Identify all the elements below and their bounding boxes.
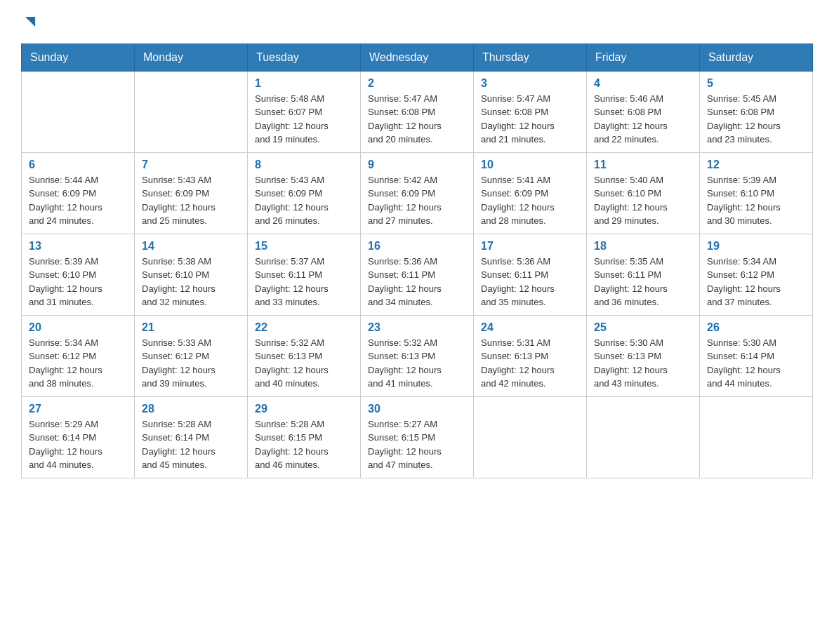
- day-info: Sunrise: 5:47 AM Sunset: 6:08 PM Dayligh…: [368, 92, 466, 147]
- day-info: Sunrise: 5:38 AM Sunset: 6:10 PM Dayligh…: [142, 255, 240, 309]
- day-info: Sunrise: 5:32 AM Sunset: 6:13 PM Dayligh…: [255, 336, 353, 391]
- day-info: Sunrise: 5:40 AM Sunset: 6:10 PM Dayligh…: [594, 173, 692, 228]
- svg-marker-0: [25, 17, 35, 27]
- calendar-cell: 1Sunrise: 5:48 AM Sunset: 6:07 PM Daylig…: [248, 71, 361, 152]
- day-info: Sunrise: 5:32 AM Sunset: 6:13 PM Dayligh…: [368, 336, 466, 391]
- day-number: 11: [594, 159, 692, 171]
- day-info: Sunrise: 5:41 AM Sunset: 6:09 PM Dayligh…: [481, 173, 579, 228]
- calendar-cell: 8Sunrise: 5:43 AM Sunset: 6:09 PM Daylig…: [248, 152, 361, 234]
- day-info: Sunrise: 5:33 AM Sunset: 6:12 PM Dayligh…: [142, 336, 240, 391]
- page-header: [21, 14, 813, 29]
- day-info: Sunrise: 5:30 AM Sunset: 6:14 PM Dayligh…: [707, 336, 805, 391]
- day-number: 24: [481, 321, 579, 334]
- day-info: Sunrise: 5:30 AM Sunset: 6:13 PM Dayligh…: [594, 336, 692, 391]
- day-info: Sunrise: 5:44 AM Sunset: 6:09 PM Dayligh…: [29, 173, 127, 228]
- day-info: Sunrise: 5:29 AM Sunset: 6:14 PM Dayligh…: [29, 417, 127, 472]
- calendar-week-5: 27Sunrise: 5:29 AM Sunset: 6:14 PM Dayli…: [22, 396, 813, 478]
- calendar-cell: 20Sunrise: 5:34 AM Sunset: 6:12 PM Dayli…: [22, 315, 135, 396]
- day-number: 9: [368, 159, 466, 171]
- calendar-cell: 22Sunrise: 5:32 AM Sunset: 6:13 PM Dayli…: [248, 315, 361, 396]
- day-number: 16: [368, 240, 466, 253]
- day-number: 1: [255, 77, 353, 90]
- calendar-cell: 14Sunrise: 5:38 AM Sunset: 6:10 PM Dayli…: [135, 234, 248, 315]
- day-number: 23: [368, 321, 466, 334]
- day-number: 6: [29, 159, 127, 171]
- day-info: Sunrise: 5:31 AM Sunset: 6:13 PM Dayligh…: [481, 336, 579, 391]
- day-info: Sunrise: 5:47 AM Sunset: 6:08 PM Dayligh…: [481, 92, 579, 147]
- calendar-cell: 2Sunrise: 5:47 AM Sunset: 6:08 PM Daylig…: [361, 71, 474, 152]
- calendar-cell: 26Sunrise: 5:30 AM Sunset: 6:14 PM Dayli…: [700, 315, 813, 396]
- day-info: Sunrise: 5:42 AM Sunset: 6:09 PM Dayligh…: [368, 173, 466, 228]
- weekday-header-friday: Friday: [587, 43, 700, 71]
- calendar-cell: 13Sunrise: 5:39 AM Sunset: 6:10 PM Dayli…: [22, 234, 135, 315]
- day-info: Sunrise: 5:43 AM Sunset: 6:09 PM Dayligh…: [255, 173, 353, 228]
- weekday-header-monday: Monday: [135, 43, 248, 71]
- calendar-cell: 30Sunrise: 5:27 AM Sunset: 6:15 PM Dayli…: [361, 396, 474, 478]
- day-info: Sunrise: 5:36 AM Sunset: 6:11 PM Dayligh…: [481, 255, 579, 309]
- calendar-week-4: 20Sunrise: 5:34 AM Sunset: 6:12 PM Dayli…: [22, 315, 813, 396]
- calendar-cell: 16Sunrise: 5:36 AM Sunset: 6:11 PM Dayli…: [361, 234, 474, 315]
- day-number: 20: [29, 321, 127, 334]
- day-number: 7: [142, 159, 240, 171]
- day-number: 8: [255, 159, 353, 171]
- day-number: 28: [142, 403, 240, 415]
- weekday-header-sunday: Sunday: [22, 43, 135, 71]
- day-number: 29: [255, 403, 353, 415]
- day-info: Sunrise: 5:28 AM Sunset: 6:15 PM Dayligh…: [255, 417, 353, 472]
- day-info: Sunrise: 5:35 AM Sunset: 6:11 PM Dayligh…: [594, 255, 692, 309]
- day-number: 13: [29, 240, 127, 253]
- day-number: 18: [594, 240, 692, 253]
- day-number: 22: [255, 321, 353, 334]
- day-number: 10: [481, 159, 579, 171]
- calendar-cell: 11Sunrise: 5:40 AM Sunset: 6:10 PM Dayli…: [587, 152, 700, 234]
- day-number: 14: [142, 240, 240, 253]
- calendar-cell: 24Sunrise: 5:31 AM Sunset: 6:13 PM Dayli…: [474, 315, 587, 396]
- calendar-cell: [700, 396, 813, 478]
- day-number: 3: [481, 77, 579, 90]
- day-info: Sunrise: 5:34 AM Sunset: 6:12 PM Dayligh…: [29, 336, 127, 391]
- weekday-header-tuesday: Tuesday: [248, 43, 361, 71]
- day-info: Sunrise: 5:37 AM Sunset: 6:11 PM Dayligh…: [255, 255, 353, 309]
- calendar-cell: 28Sunrise: 5:28 AM Sunset: 6:14 PM Dayli…: [135, 396, 248, 478]
- weekday-header-saturday: Saturday: [700, 43, 813, 71]
- calendar-cell: 10Sunrise: 5:41 AM Sunset: 6:09 PM Dayli…: [474, 152, 587, 234]
- calendar-week-3: 13Sunrise: 5:39 AM Sunset: 6:10 PM Dayli…: [22, 234, 813, 315]
- day-info: Sunrise: 5:43 AM Sunset: 6:09 PM Dayligh…: [142, 173, 240, 228]
- day-info: Sunrise: 5:45 AM Sunset: 6:08 PM Dayligh…: [707, 92, 805, 147]
- calendar-cell: 6Sunrise: 5:44 AM Sunset: 6:09 PM Daylig…: [22, 152, 135, 234]
- day-number: 30: [368, 403, 466, 415]
- calendar-cell: 4Sunrise: 5:46 AM Sunset: 6:08 PM Daylig…: [587, 71, 700, 152]
- calendar-cell: 23Sunrise: 5:32 AM Sunset: 6:13 PM Dayli…: [361, 315, 474, 396]
- calendar-cell: 15Sunrise: 5:37 AM Sunset: 6:11 PM Dayli…: [248, 234, 361, 315]
- calendar-cell: 25Sunrise: 5:30 AM Sunset: 6:13 PM Dayli…: [587, 315, 700, 396]
- calendar-cell: 29Sunrise: 5:28 AM Sunset: 6:15 PM Dayli…: [248, 396, 361, 478]
- weekday-header-thursday: Thursday: [474, 43, 587, 71]
- day-number: 27: [29, 403, 127, 415]
- day-info: Sunrise: 5:39 AM Sunset: 6:10 PM Dayligh…: [29, 255, 127, 309]
- day-info: Sunrise: 5:34 AM Sunset: 6:12 PM Dayligh…: [707, 255, 805, 309]
- day-info: Sunrise: 5:28 AM Sunset: 6:14 PM Dayligh…: [142, 417, 240, 472]
- day-info: Sunrise: 5:39 AM Sunset: 6:10 PM Dayligh…: [707, 173, 805, 228]
- day-info: Sunrise: 5:48 AM Sunset: 6:07 PM Dayligh…: [255, 92, 353, 147]
- weekday-header-wednesday: Wednesday: [361, 43, 474, 71]
- calendar-cell: 19Sunrise: 5:34 AM Sunset: 6:12 PM Dayli…: [700, 234, 813, 315]
- calendar-table: SundayMondayTuesdayWednesdayThursdayFrid…: [21, 43, 813, 478]
- calendar-cell: 9Sunrise: 5:42 AM Sunset: 6:09 PM Daylig…: [361, 152, 474, 234]
- day-number: 5: [707, 77, 805, 90]
- calendar-week-1: 1Sunrise: 5:48 AM Sunset: 6:07 PM Daylig…: [22, 71, 813, 152]
- calendar-cell: [587, 396, 700, 478]
- day-info: Sunrise: 5:36 AM Sunset: 6:11 PM Dayligh…: [368, 255, 466, 309]
- calendar-cell: [474, 396, 587, 478]
- logo-triangle-icon: [22, 14, 38, 29]
- day-info: Sunrise: 5:27 AM Sunset: 6:15 PM Dayligh…: [368, 417, 466, 472]
- calendar-cell: 27Sunrise: 5:29 AM Sunset: 6:14 PM Dayli…: [22, 396, 135, 478]
- day-number: 19: [707, 240, 805, 253]
- calendar-cell: 12Sunrise: 5:39 AM Sunset: 6:10 PM Dayli…: [700, 152, 813, 234]
- calendar-cell: 7Sunrise: 5:43 AM Sunset: 6:09 PM Daylig…: [135, 152, 248, 234]
- day-number: 17: [481, 240, 579, 253]
- calendar-week-2: 6Sunrise: 5:44 AM Sunset: 6:09 PM Daylig…: [22, 152, 813, 234]
- calendar-cell: 3Sunrise: 5:47 AM Sunset: 6:08 PM Daylig…: [474, 71, 587, 152]
- day-number: 4: [594, 77, 692, 90]
- calendar-cell: 5Sunrise: 5:45 AM Sunset: 6:08 PM Daylig…: [700, 71, 813, 152]
- day-info: Sunrise: 5:46 AM Sunset: 6:08 PM Dayligh…: [594, 92, 692, 147]
